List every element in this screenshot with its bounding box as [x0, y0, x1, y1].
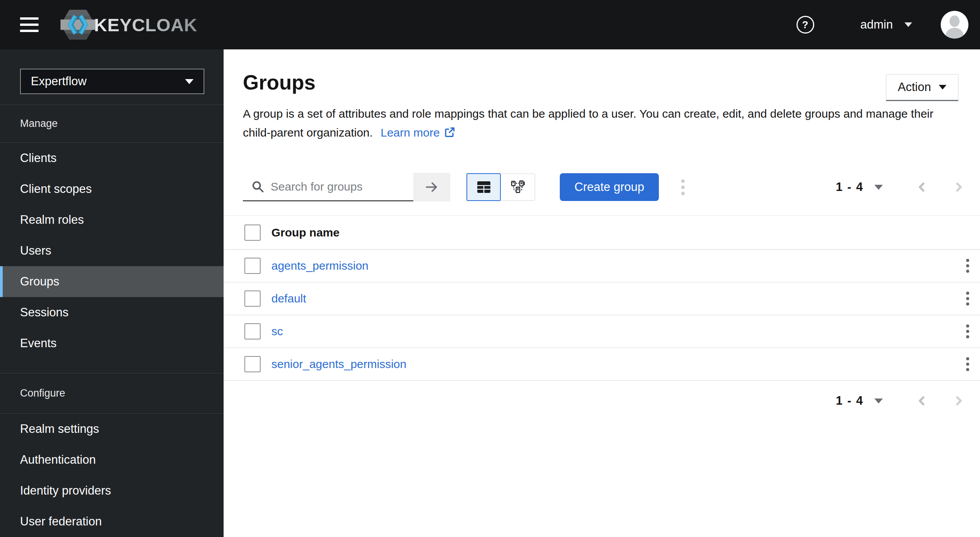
page-description: A group is a set of attributes and role …	[243, 104, 952, 142]
sidebar-item-clients[interactable]: Clients	[0, 143, 224, 174]
page-title: Groups	[243, 71, 958, 94]
sidebar-item-client-scopes[interactable]: Client scopes	[0, 174, 224, 204]
row-kebab-menu-icon[interactable]	[966, 356, 969, 372]
table-row: senior_agents_permission	[224, 348, 980, 381]
avatar-body	[946, 28, 963, 39]
group-link[interactable]: agents_permission	[271, 259, 369, 272]
group-link[interactable]: senior_agents_permission	[271, 358, 406, 371]
search-field	[243, 173, 413, 201]
table-header-row: Group name	[224, 215, 980, 250]
avatar[interactable]	[941, 11, 968, 39]
user-menu-label[interactable]: admin	[860, 18, 893, 32]
help-icon[interactable]: ?	[796, 16, 814, 34]
row-kebab-menu-icon[interactable]	[966, 323, 969, 339]
hamburger-menu-icon[interactable]	[20, 17, 39, 32]
chevron-right-icon	[953, 394, 965, 407]
groups-toolbar: Create group 1 - 4	[243, 173, 965, 201]
chevron-down-icon	[939, 85, 946, 90]
masthead: KEYCLOAK ? admin	[0, 0, 980, 49]
toolbar-kebab-menu-icon[interactable]	[681, 178, 685, 196]
row-checkbox[interactable]	[244, 323, 261, 339]
brand-text: KEYCLOAK	[94, 14, 197, 35]
pagination-bottom-row: 1 - 4	[224, 394, 965, 408]
chevron-down-icon	[185, 79, 194, 84]
pagination-options-caret-icon[interactable]	[874, 185, 883, 190]
column-header-group-name: Group name	[271, 226, 340, 239]
avatar-head	[950, 15, 960, 27]
sidebar-item-events[interactable]: Events	[0, 328, 224, 359]
sidebar-item-identity-providers[interactable]: Identity providers	[0, 475, 224, 506]
sidebar-item-sessions[interactable]: Sessions	[0, 297, 224, 328]
search-input[interactable]	[264, 180, 390, 193]
learn-more-link[interactable]: Learn more	[381, 126, 455, 139]
sidebar-item-authentication[interactable]: Authentication	[0, 444, 224, 475]
masthead-actions: ? admin	[796, 11, 968, 39]
pagination-next-button[interactable]	[953, 394, 965, 407]
view-toggle-group	[466, 174, 535, 201]
row-checkbox[interactable]	[244, 258, 261, 274]
keycloak-logo: KEYCLOAK	[59, 6, 197, 43]
sidebar-item-users[interactable]: Users	[0, 235, 224, 266]
nav-list-manage: Clients Client scopes Realm roles Users …	[0, 143, 224, 359]
create-group-button[interactable]: Create group	[560, 173, 659, 201]
sidebar-item-user-federation[interactable]: User federation	[0, 506, 224, 537]
keycloak-hexagon-icon	[59, 6, 96, 43]
search-submit-button[interactable]	[413, 173, 450, 201]
realm-name: Expertflow	[31, 74, 87, 88]
nav-section-manage: Manage	[0, 105, 224, 143]
main-content: Groups Action A group is a set of attrib…	[224, 49, 980, 537]
pagination-range: 1 - 4	[836, 394, 864, 408]
arrow-right-icon	[425, 181, 439, 194]
pagination-prev-button[interactable]	[916, 181, 928, 194]
keycloak-admin-console: KEYCLOAK ? admin Expertflow Manage Clien…	[0, 0, 980, 537]
row-kebab-menu-icon[interactable]	[966, 258, 969, 274]
chevron-left-icon	[916, 181, 928, 194]
sidebar: Expertflow Manage Clients Client scopes …	[0, 49, 224, 537]
page-header: Groups Action A group is a set of attrib…	[224, 49, 980, 142]
sidebar-item-groups[interactable]: Groups	[0, 266, 224, 297]
chevron-left-icon	[916, 394, 928, 407]
select-all-checkbox[interactable]	[244, 225, 261, 241]
sidebar-item-realm-settings[interactable]: Realm settings	[0, 414, 224, 444]
nav-list-configure: Realm settings Authentication Identity p…	[0, 414, 224, 537]
group-link[interactable]: default	[271, 292, 306, 305]
chevron-right-icon	[953, 181, 965, 194]
tree-view-icon	[510, 180, 525, 194]
table-row: agents_permission	[224, 250, 980, 282]
sidebar-item-realm-roles[interactable]: Realm roles	[0, 204, 224, 235]
row-kebab-menu-icon[interactable]	[966, 290, 969, 307]
nav-section-configure: Configure	[0, 373, 224, 414]
table-row: default	[224, 282, 980, 315]
action-dropdown-button[interactable]: Action	[886, 74, 958, 101]
table-row: sc	[224, 315, 980, 348]
group-link[interactable]: sc	[271, 325, 283, 338]
row-checkbox[interactable]	[244, 290, 261, 307]
pagination-top: 1 - 4	[836, 180, 965, 194]
pagination-bottom: 1 - 4	[836, 394, 965, 408]
tree-view-toggle[interactable]	[501, 174, 535, 201]
pagination-next-button[interactable]	[953, 181, 965, 194]
search-group	[243, 173, 450, 201]
table-view-toggle[interactable]	[466, 173, 501, 201]
pagination-range: 1 - 4	[836, 180, 864, 194]
search-icon	[251, 180, 264, 193]
pagination-prev-button[interactable]	[916, 394, 928, 407]
groups-table: Group name agents_permission default sc …	[224, 215, 980, 381]
realm-switcher[interactable]: Expertflow	[20, 69, 204, 94]
chevron-down-icon[interactable]	[904, 22, 912, 27]
row-checkbox[interactable]	[244, 356, 261, 372]
pagination-options-caret-icon[interactable]	[874, 399, 883, 404]
table-view-icon	[477, 181, 491, 193]
external-link-icon	[444, 127, 455, 138]
